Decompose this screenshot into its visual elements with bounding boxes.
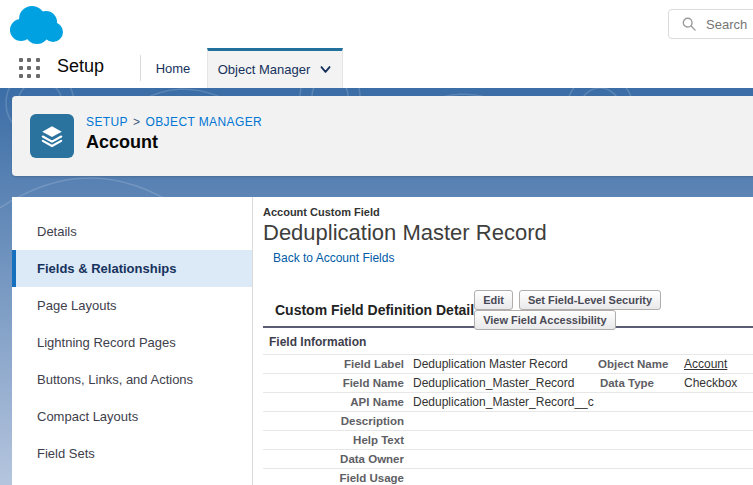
breadcrumb-setup-link[interactable]: SETUP: [86, 115, 128, 129]
tab-object-manager-label: Object Manager: [218, 62, 311, 77]
field-row-value: Deduplication_Master_Record: [413, 376, 598, 390]
setup-nav-bar: Setup Home Object Manager: [0, 48, 753, 88]
field-row-value: Deduplication Master Record: [413, 357, 598, 371]
field-row-value: Deduplication_Master_Record__c: [413, 395, 598, 409]
field-row-label: Field Label: [263, 358, 413, 370]
page-title: Account: [86, 132, 158, 153]
set-field-level-security-button[interactable]: Set Field-Level Security: [519, 290, 661, 310]
global-search-box[interactable]: [668, 9, 753, 39]
tab-home[interactable]: Home: [148, 48, 198, 88]
back-to-account-fields-link[interactable]: Back to Account Fields: [273, 251, 394, 265]
object-manager-icon: [30, 114, 74, 158]
page-header-card: SETUP>OBJECT MANAGER Account: [12, 96, 753, 176]
sidebar-item-page-layouts[interactable]: Page Layouts: [12, 287, 252, 324]
view-field-accessibility-button[interactable]: View Field Accessibility: [474, 310, 616, 330]
top-bar: [0, 0, 753, 48]
sidebar-item-compact-layouts[interactable]: Compact Layouts: [12, 398, 252, 435]
field-eyebrow-label: Account Custom Field: [263, 206, 753, 218]
field-row-api-name: API NameDeduplication_Master_Record__c: [263, 392, 753, 411]
salesforce-logo-icon[interactable]: [8, 4, 64, 46]
field-row-label: Data Owner: [263, 453, 413, 465]
field-row-label: API Name: [263, 396, 413, 408]
edit-button[interactable]: Edit: [474, 290, 513, 310]
nav-divider: [140, 55, 141, 81]
field-row-help-text: Help Text: [263, 430, 753, 449]
field-information-table: Field LabelDeduplication Master RecordOb…: [263, 354, 753, 485]
sidebar-item-lightning-record-pages[interactable]: Lightning Record Pages: [12, 324, 252, 361]
tab-object-manager[interactable]: Object Manager: [207, 48, 343, 88]
sidebar-item-object-limits[interactable]: Object Limits: [12, 472, 252, 485]
field-row-label: Description: [263, 415, 413, 427]
sidebar-item-field-sets[interactable]: Field Sets: [12, 435, 252, 472]
field-row-label-2: Object Name: [598, 358, 663, 370]
setup-app-label: Setup: [57, 56, 104, 77]
field-information-title: Field Information: [269, 335, 753, 349]
field-row-label: Field Usage: [263, 472, 413, 484]
chevron-down-icon: [319, 63, 332, 76]
sidebar-list: DetailsFields & RelationshipsPage Layout…: [12, 213, 252, 485]
field-row-field-usage: Field Usage: [263, 468, 753, 485]
field-row-value-2: Account: [663, 357, 753, 371]
sidebar-item-fields-relationships[interactable]: Fields & Relationships: [12, 250, 252, 287]
breadcrumb-separator: >: [133, 115, 140, 129]
detail-section-header: Custom Field Definition Detail EditSet F…: [263, 299, 753, 321]
search-icon: [682, 17, 696, 31]
sidebar-item-buttons-links-and-actions[interactable]: Buttons, Links, and Actions: [12, 361, 252, 398]
breadcrumb-object-manager-link[interactable]: OBJECT MANAGER: [145, 115, 262, 129]
sidebar-item-details[interactable]: Details: [12, 213, 252, 250]
detail-button-group: EditSet Field-Level SecurityView Field A…: [474, 290, 753, 330]
field-title: Deduplication Master Record: [263, 220, 753, 246]
detail-section-title: Custom Field Definition Detail: [275, 302, 474, 318]
object-name-link[interactable]: Account: [684, 357, 727, 371]
breadcrumb: SETUP>OBJECT MANAGER: [86, 115, 262, 129]
field-row-field-label: Field LabelDeduplication Master RecordOb…: [263, 354, 753, 373]
field-row-label: Help Text: [263, 434, 413, 446]
field-row-label-2: Data Type: [598, 377, 663, 389]
main-content: Account Custom Field Deduplication Maste…: [253, 197, 753, 485]
field-row-label: Field Name: [263, 377, 413, 389]
field-row-value-2: Checkbox: [663, 376, 753, 390]
app-launcher-icon[interactable]: [19, 58, 41, 79]
layers-icon: [39, 123, 65, 149]
field-row-description: Description: [263, 411, 753, 430]
search-input[interactable]: [706, 17, 753, 32]
object-manager-sidebar: DetailsFields & RelationshipsPage Layout…: [12, 197, 253, 485]
tab-home-label: Home: [156, 61, 191, 76]
field-row-field-name: Field NameDeduplication_Master_RecordDat…: [263, 373, 753, 392]
field-row-data-owner: Data Owner: [263, 449, 753, 468]
